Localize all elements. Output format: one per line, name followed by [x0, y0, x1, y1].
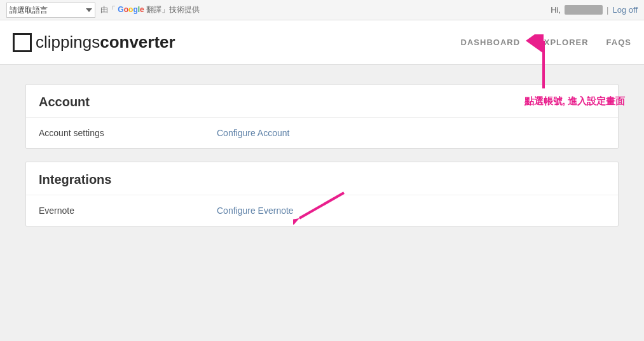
evernote-row: Evernote Configure Evernote — [26, 195, 618, 226]
hi-label: Hi, — [551, 5, 561, 15]
top-bar-left: 請選取語言 由「 Google 翻譯」技術提供 — [6, 3, 200, 18]
integrations-section-title: Integrations — [39, 172, 605, 187]
logoff-link[interactable]: Log off — [612, 5, 638, 15]
language-select[interactable]: 請選取語言 — [6, 3, 95, 18]
integrations-section: Integrations Evernote Configure Evernote — [25, 162, 619, 226]
account-section-header: Account — [26, 85, 618, 118]
integrations-section-header: Integrations — [26, 162, 618, 195]
account-settings-label: Account settings — [39, 128, 217, 138]
account-section-title: Account — [39, 95, 605, 109]
evernote-annotation-container: Configure Evernote — [217, 205, 294, 216]
nav-faqs[interactable]: FAQs — [606, 38, 631, 47]
logo-text-bold: converter — [100, 32, 175, 52]
svg-line-3 — [299, 193, 344, 218]
username-label — [565, 5, 603, 15]
top-bar: 請選取語言 由「 Google 翻譯」技術提供 Hi, | Log off — [0, 0, 644, 20]
logo-text-light: clippings — [36, 32, 100, 52]
account-section: Account Account settings Configure Accou… — [25, 84, 619, 149]
nav-explorer[interactable]: EXPLORER — [538, 38, 589, 47]
account-settings-row: Account settings Configure Account — [26, 118, 618, 148]
google-translate-attribution: 由「 Google 翻譯」技術提供 — [100, 4, 200, 15]
main-nav: DASHBOARD EXPLORER FAQs 點選帳號, 進入設定畫面 — [461, 38, 631, 47]
header: clippingsconverter DASHBOARD EXPLORER FA… — [0, 20, 644, 65]
evernote-label: Evernote — [39, 205, 217, 216]
nav-dashboard[interactable]: DASHBOARD — [461, 38, 521, 47]
separator: | — [606, 5, 608, 15]
logo-icon — [13, 33, 32, 52]
logo[interactable]: clippingsconverter — [13, 32, 175, 52]
configure-account-link[interactable]: Configure Account — [217, 128, 289, 138]
configure-evernote-link[interactable]: Configure Evernote — [217, 205, 294, 216]
logo-text: clippingsconverter — [36, 32, 175, 52]
top-bar-right: Hi, | Log off — [551, 5, 638, 15]
main-content: Account Account settings Configure Accou… — [0, 65, 644, 319]
